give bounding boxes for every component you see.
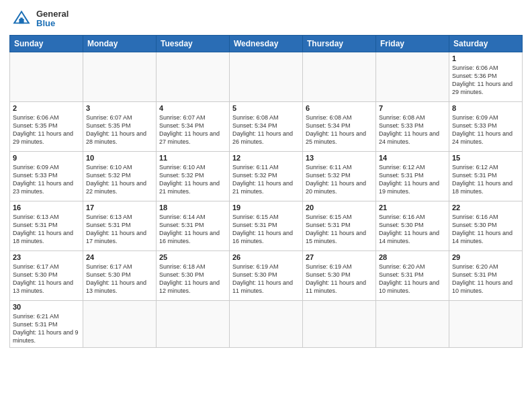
day-number: 3 — [86, 104, 153, 112]
day-info: Sunrise: 6:19 AM Sunset: 5:30 PM Dayligh… — [306, 263, 373, 295]
day-info: Sunrise: 6:18 AM Sunset: 5:30 PM Dayligh… — [159, 263, 226, 295]
calendar-cell: 29Sunrise: 6:20 AM Sunset: 5:31 PM Dayli… — [449, 251, 523, 301]
day-info: Sunrise: 6:12 AM Sunset: 5:31 PM Dayligh… — [452, 163, 519, 196]
day-info: Sunrise: 6:17 AM Sunset: 5:30 PM Dayligh… — [13, 263, 80, 295]
weekday-header: Saturday — [449, 36, 523, 52]
svg-rect-2 — [19, 19, 24, 24]
day-info: Sunrise: 6:08 AM Sunset: 5:34 PM Dayligh… — [232, 113, 300, 146]
day-number: 15 — [452, 154, 519, 162]
day-info: Sunrise: 6:09 AM Sunset: 5:33 PM Dayligh… — [452, 113, 519, 146]
day-info: Sunrise: 6:16 AM Sunset: 5:30 PM Dayligh… — [379, 213, 446, 246]
day-number: 11 — [159, 154, 226, 162]
day-number: 25 — [159, 253, 226, 261]
day-info: Sunrise: 6:20 AM Sunset: 5:31 PM Dayligh… — [452, 263, 519, 295]
calendar-cell: 23Sunrise: 6:17 AM Sunset: 5:30 PM Dayli… — [10, 251, 83, 301]
calendar-cell: 18Sunrise: 6:14 AM Sunset: 5:31 PM Dayli… — [157, 201, 230, 251]
calendar-cell: 28Sunrise: 6:20 AM Sunset: 5:31 PM Dayli… — [376, 251, 449, 301]
calendar-cell: 15Sunrise: 6:12 AM Sunset: 5:31 PM Dayli… — [449, 152, 523, 201]
day-info: Sunrise: 6:11 AM Sunset: 5:32 PM Dayligh… — [232, 163, 300, 196]
page: General Blue SundayMondayTuesdayWednesda… — [0, 0, 532, 411]
calendar: SundayMondayTuesdayWednesdayThursdayFrid… — [9, 35, 523, 348]
weekday-header: Monday — [83, 36, 157, 52]
day-info: Sunrise: 6:06 AM Sunset: 5:36 PM Dayligh… — [452, 64, 519, 97]
calendar-cell: 5Sunrise: 6:08 AM Sunset: 5:34 PM Daylig… — [230, 102, 303, 152]
calendar-cell — [10, 52, 83, 102]
day-number: 20 — [306, 203, 373, 212]
calendar-cell: 11Sunrise: 6:10 AM Sunset: 5:32 PM Dayli… — [157, 152, 230, 201]
day-number: 27 — [306, 253, 373, 261]
day-info: Sunrise: 6:20 AM Sunset: 5:31 PM Dayligh… — [379, 263, 446, 295]
calendar-cell: 22Sunrise: 6:16 AM Sunset: 5:30 PM Dayli… — [449, 201, 523, 251]
day-info: Sunrise: 6:15 AM Sunset: 5:31 PM Dayligh… — [306, 213, 373, 246]
calendar-cell — [230, 52, 303, 102]
day-number: 18 — [159, 203, 226, 212]
calendar-cell: 19Sunrise: 6:15 AM Sunset: 5:31 PM Dayli… — [230, 201, 303, 251]
day-number: 17 — [86, 203, 153, 212]
day-number: 7 — [379, 104, 446, 112]
calendar-cell: 13Sunrise: 6:11 AM Sunset: 5:32 PM Dayli… — [303, 152, 376, 201]
day-number: 24 — [86, 253, 153, 261]
day-number: 10 — [86, 154, 153, 162]
calendar-cell: 2Sunrise: 6:06 AM Sunset: 5:35 PM Daylig… — [10, 102, 83, 152]
day-number: 9 — [13, 154, 80, 162]
day-number: 19 — [232, 203, 300, 212]
calendar-cell: 25Sunrise: 6:18 AM Sunset: 5:30 PM Dayli… — [157, 251, 230, 301]
calendar-cell: 30Sunrise: 6:21 AM Sunset: 5:31 PM Dayli… — [10, 301, 83, 348]
logo: General Blue — [9, 7, 69, 31]
day-info: Sunrise: 6:13 AM Sunset: 5:31 PM Dayligh… — [86, 213, 153, 246]
calendar-cell: 21Sunrise: 6:16 AM Sunset: 5:30 PM Dayli… — [376, 201, 449, 251]
day-number: 26 — [232, 253, 300, 261]
calendar-cell — [157, 52, 230, 102]
logo-text: General Blue — [36, 9, 69, 29]
day-number: 14 — [379, 154, 446, 162]
calendar-cell: 17Sunrise: 6:13 AM Sunset: 5:31 PM Dayli… — [83, 201, 157, 251]
calendar-cell: 9Sunrise: 6:09 AM Sunset: 5:33 PM Daylig… — [10, 152, 83, 201]
day-number: 2 — [13, 104, 80, 112]
calendar-cell — [230, 301, 303, 348]
calendar-cell: 10Sunrise: 6:10 AM Sunset: 5:32 PM Dayli… — [83, 152, 157, 201]
calendar-cell — [157, 301, 230, 348]
calendar-cell — [303, 301, 376, 348]
day-number: 6 — [306, 104, 373, 112]
day-number: 5 — [232, 104, 300, 112]
day-info: Sunrise: 6:13 AM Sunset: 5:31 PM Dayligh… — [13, 213, 80, 246]
calendar-cell: 4Sunrise: 6:07 AM Sunset: 5:34 PM Daylig… — [157, 102, 230, 152]
day-info: Sunrise: 6:19 AM Sunset: 5:30 PM Dayligh… — [232, 263, 300, 295]
day-info: Sunrise: 6:07 AM Sunset: 5:34 PM Dayligh… — [159, 113, 226, 146]
calendar-cell: 14Sunrise: 6:12 AM Sunset: 5:31 PM Dayli… — [376, 152, 449, 201]
day-info: Sunrise: 6:08 AM Sunset: 5:33 PM Dayligh… — [379, 113, 446, 146]
calendar-cell: 24Sunrise: 6:17 AM Sunset: 5:30 PM Dayli… — [83, 251, 157, 301]
day-number: 12 — [232, 154, 300, 162]
day-info: Sunrise: 6:09 AM Sunset: 5:33 PM Dayligh… — [13, 163, 80, 196]
day-number: 21 — [379, 203, 446, 212]
day-number: 8 — [452, 104, 519, 112]
day-info: Sunrise: 6:07 AM Sunset: 5:35 PM Dayligh… — [86, 113, 153, 146]
day-number: 30 — [13, 303, 80, 311]
calendar-cell: 27Sunrise: 6:19 AM Sunset: 5:30 PM Dayli… — [303, 251, 376, 301]
day-info: Sunrise: 6:12 AM Sunset: 5:31 PM Dayligh… — [379, 163, 446, 196]
calendar-cell: 6Sunrise: 6:08 AM Sunset: 5:34 PM Daylig… — [303, 102, 376, 152]
day-number: 29 — [452, 253, 519, 261]
calendar-cell — [376, 301, 449, 348]
day-number: 16 — [13, 203, 80, 212]
day-number: 28 — [379, 253, 446, 261]
header: General Blue — [9, 7, 523, 31]
calendar-cell — [83, 301, 157, 348]
calendar-cell — [83, 52, 157, 102]
calendar-cell: 7Sunrise: 6:08 AM Sunset: 5:33 PM Daylig… — [376, 102, 449, 152]
calendar-cell — [303, 52, 376, 102]
weekday-header: Wednesday — [230, 36, 303, 52]
day-info: Sunrise: 6:15 AM Sunset: 5:31 PM Dayligh… — [232, 213, 300, 246]
day-number: 23 — [13, 253, 80, 261]
day-info: Sunrise: 6:10 AM Sunset: 5:32 PM Dayligh… — [159, 163, 226, 196]
day-info: Sunrise: 6:06 AM Sunset: 5:35 PM Dayligh… — [13, 113, 80, 146]
calendar-cell: 20Sunrise: 6:15 AM Sunset: 5:31 PM Dayli… — [303, 201, 376, 251]
day-info: Sunrise: 6:17 AM Sunset: 5:30 PM Dayligh… — [86, 263, 153, 295]
calendar-cell — [449, 301, 523, 348]
day-number: 22 — [452, 203, 519, 212]
day-number: 1 — [452, 54, 519, 62]
day-info: Sunrise: 6:16 AM Sunset: 5:30 PM Dayligh… — [452, 213, 519, 246]
calendar-cell: 12Sunrise: 6:11 AM Sunset: 5:32 PM Dayli… — [230, 152, 303, 201]
day-number: 13 — [306, 154, 373, 162]
weekday-header: Tuesday — [157, 36, 230, 52]
